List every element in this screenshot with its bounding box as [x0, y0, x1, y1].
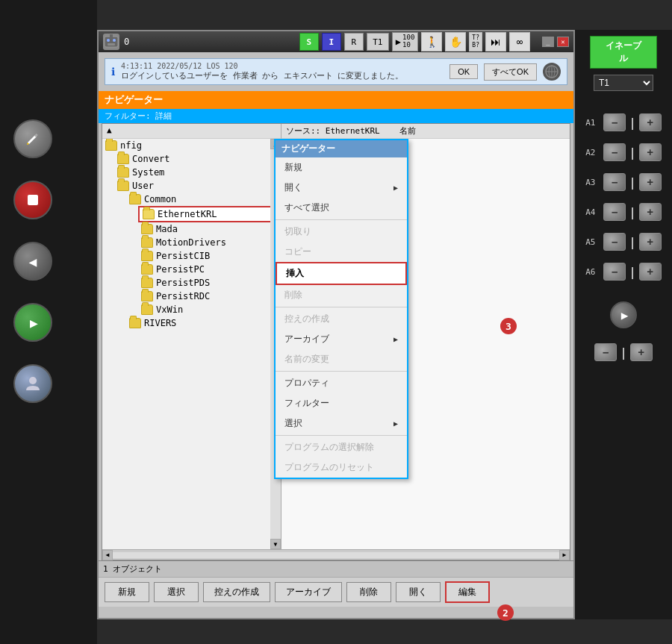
badge-3: 3 [500, 318, 517, 334]
btn-archive[interactable]: アーカイブ [275, 582, 342, 602]
tree-item-convert[interactable]: Convert [114, 152, 281, 166]
axis-a3-minus[interactable]: − [603, 173, 626, 191]
tree-item-ethernetkrl[interactable]: EthernetKRL [138, 206, 281, 222]
all-ok-button[interactable]: すべてOK [484, 63, 537, 81]
axis-a1-row: A1 − | + [585, 113, 662, 131]
tree-item-vxwin[interactable]: VxWin [138, 303, 281, 316]
user-button[interactable] [13, 364, 52, 403]
walk-button[interactable]: 🚶 [421, 32, 442, 51]
nav-body: nfig Convert System User Common [102, 139, 570, 549]
axis-a6-plus[interactable]: + [639, 263, 662, 281]
tree-label-config: nfig [120, 140, 142, 151]
ctx-select-all[interactable]: すべて選択 [276, 198, 407, 218]
btn-delete[interactable]: 削除 [346, 582, 391, 602]
tree-item-config[interactable]: nfig [102, 139, 281, 152]
tree-item-persistpds[interactable]: PersistPDS [138, 276, 281, 290]
tree-item-persistcib[interactable]: PersistCIB [138, 249, 281, 263]
axis-extra-minus[interactable]: − [594, 343, 617, 361]
scroll-left-btn[interactable]: ◀ [102, 550, 113, 560]
axis-a3-plus[interactable]: + [639, 173, 662, 191]
globe-button[interactable] [543, 63, 561, 81]
scroll-track [113, 552, 559, 558]
tree-label-convert: Convert [132, 154, 170, 164]
tree-item-mada[interactable]: Mada [138, 222, 281, 236]
axis-a5-minus[interactable]: − [603, 233, 626, 251]
btn-edit[interactable]: 編集 [445, 581, 490, 603]
tree-item-motiondrivers[interactable]: MotionDrivers [138, 236, 281, 249]
ctx-sep-1 [276, 219, 407, 220]
btn-new[interactable]: 新規 [105, 582, 149, 602]
t1-button[interactable]: T1 [367, 33, 389, 51]
submenu-arrow-open: ▶ [393, 184, 398, 192]
question-button[interactable]: T?B? [469, 32, 482, 51]
axis-a6-minus[interactable]: − [603, 263, 626, 281]
scroll-up-icon: ▲ [107, 125, 112, 135]
submenu-arrow-archive: ▶ [393, 335, 398, 343]
stop-button[interactable] [13, 181, 52, 219]
ctx-properties[interactable]: プロパティ [276, 373, 407, 393]
ctx-filter[interactable]: フィルター [276, 393, 407, 413]
btn-select[interactable]: 選択 [154, 582, 199, 602]
play-speed-button[interactable]: ▶ 100 10 [392, 32, 419, 51]
notification-area: ℹ 4:13:11 2022/05/12 LOS 120 ログインしているユーザ… [102, 55, 570, 88]
inf-button[interactable]: ∞ [509, 32, 530, 51]
axis-a4-minus[interactable]: − [603, 203, 626, 221]
tree-item-user[interactable]: User [114, 179, 281, 193]
axis-a2-plus[interactable]: + [639, 143, 662, 161]
axis-a1-divider: | [629, 116, 636, 130]
ctx-sep-2 [276, 307, 407, 307]
minimize-button[interactable]: _ [542, 37, 554, 47]
s-button[interactable]: S [299, 33, 319, 51]
pencil-button[interactable] [13, 119, 52, 158]
back-button[interactable]: ◀ [13, 242, 52, 281]
tree-item-system[interactable]: System [114, 166, 281, 179]
folder-icon-rivers [129, 318, 141, 328]
tree-label-ethernetkrl: EthernetKRL [158, 209, 217, 219]
close-button[interactable]: ✕ [557, 37, 569, 47]
tree-item-persistpc[interactable]: PersistPC [138, 263, 281, 276]
tree-item-rivers[interactable]: RIVERS [126, 316, 281, 330]
scroll-right-btn[interactable]: ▶ [559, 550, 570, 560]
t1-select[interactable]: T1 [594, 75, 653, 91]
hand-button[interactable]: ✋ [445, 32, 466, 51]
scroll-down-btn[interactable]: ▼ [270, 539, 281, 549]
axis-a1-plus[interactable]: + [639, 113, 662, 131]
axis-a2-minus[interactable]: − [603, 143, 626, 161]
ctx-archive[interactable]: アーカイブ ▶ [276, 329, 407, 349]
btn-makecopy[interactable]: 控えの作成 [203, 582, 270, 602]
ok-button[interactable]: OK [449, 64, 478, 79]
tree-label-user: User [132, 181, 154, 191]
right-play-button[interactable]: ▶ [610, 301, 637, 328]
axis-a4-row: A4 − | + [585, 203, 662, 221]
axis-a6-divider: | [629, 265, 636, 279]
tree-label-persistrdc: PersistRDC [156, 291, 210, 301]
ctx-new[interactable]: 新規 [276, 157, 407, 178]
axis-extra-plus[interactable]: + [630, 343, 653, 361]
r-button[interactable]: R [344, 33, 364, 51]
ctx-sep-3 [276, 371, 407, 372]
submenu-arrow-select: ▶ [393, 419, 398, 428]
ctx-open[interactable]: 開く ▶ [276, 178, 407, 198]
folder-icon [105, 140, 117, 151]
status-text: 1 オブジェクト [103, 563, 162, 575]
axis-a3-divider: | [629, 175, 636, 190]
svg-point-1 [29, 377, 37, 384]
right-panel: イネーブル T1 A1 − | + A2 − | + A3 − | + A4 −… [575, 30, 672, 619]
axis-a4-label: A4 [585, 207, 600, 217]
ctx-select[interactable]: 選択 ▶ [276, 413, 407, 434]
enable-button[interactable]: イネーブル [590, 36, 657, 69]
notification-message: ログインしているユーザーを 作業者 から エキスパート に変更しました。 [121, 70, 444, 81]
axis-a5-plus[interactable]: + [639, 233, 662, 251]
axis-a6-row: A6 − | + [585, 263, 662, 281]
axis-a1-minus[interactable]: − [603, 113, 626, 131]
tree-item-common[interactable]: Common [126, 193, 281, 206]
play-button[interactable]: ▶ [13, 303, 52, 342]
title-number: 0 [124, 37, 129, 47]
tree-item-persistrdc[interactable]: PersistRDC [138, 290, 281, 303]
skip-button[interactable]: ⏭ [485, 32, 506, 51]
ctx-insert[interactable]: 挿入 [276, 262, 407, 285]
i-button[interactable]: I [322, 33, 341, 51]
ctx-delete: 削除 [276, 285, 407, 305]
axis-a4-plus[interactable]: + [639, 203, 662, 221]
btn-open[interactable]: 開く [396, 582, 441, 602]
